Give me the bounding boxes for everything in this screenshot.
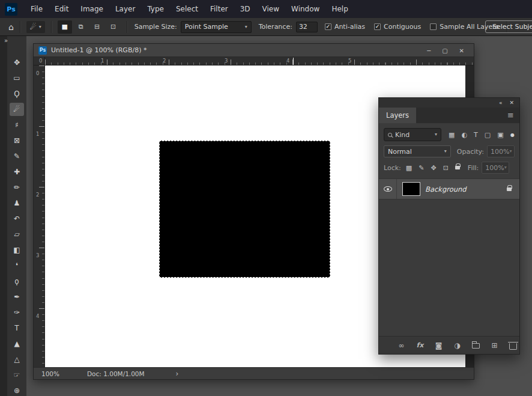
layer-row-background[interactable]: Background (379, 179, 519, 200)
maximize-button[interactable]: ▢ (442, 47, 447, 54)
menu-file[interactable]: File (25, 0, 49, 18)
new-layer-icon[interactable]: ⊞ (491, 341, 498, 350)
separator (20, 21, 20, 33)
filter-pixel-layers-icon[interactable]: ▦ (449, 131, 455, 139)
tool-preset-picker[interactable]: ☄ ▾ (26, 21, 45, 33)
tool-icon: Ϙ (14, 90, 19, 98)
spot-healing-brush-tool[interactable]: ✚ (10, 165, 24, 178)
visibility-toggle[interactable] (379, 179, 397, 199)
pen-tool[interactable]: ✒ (10, 290, 24, 303)
tab-layers[interactable]: Layers (379, 108, 416, 123)
type-tool[interactable]: T (10, 321, 24, 335)
layers-panel-body: Kind ▾ ▦◐T▢▣ ● Normal ▾ Opacity: 100% ▾ … (379, 123, 519, 336)
filter-adjustment-layers-icon[interactable]: ◐ (461, 131, 467, 139)
new-selection-button[interactable]: ■ (58, 20, 72, 34)
frame-tool[interactable]: ⊠ (10, 134, 24, 147)
menu-edit[interactable]: Edit (49, 0, 74, 18)
path-selection-tool[interactable]: ▲ (10, 337, 24, 350)
fill-value[interactable]: 100% ▾ (482, 162, 509, 174)
hand-tool[interactable]: ☞ (10, 368, 24, 382)
home-icon[interactable]: ⌂ (8, 22, 14, 32)
zoom-level[interactable]: 100% (41, 370, 59, 377)
clone-stamp-tool[interactable]: ♟ (10, 196, 24, 210)
menu-image[interactable]: Image (74, 0, 109, 18)
selection-marquee[interactable] (159, 141, 330, 278)
menu-window[interactable]: Window (285, 0, 325, 18)
caret-down-icon: ▾ (444, 149, 447, 154)
link-layers-icon[interactable]: ∞ (397, 341, 405, 350)
direct-selection-tool[interactable]: △ (10, 353, 24, 366)
menu-filter[interactable]: Filter (204, 0, 234, 18)
ruler-number: 4 (36, 313, 39, 319)
zoom-tool[interactable]: ⊕ (10, 384, 24, 396)
eraser-tool[interactable]: ▱ (10, 228, 24, 241)
lock-artboard-icon[interactable]: ⊡ (443, 164, 449, 172)
dodge-tool[interactable]: ϙ (10, 275, 24, 288)
sample-size-label: Sample Size: (135, 23, 177, 31)
vertical-ruler[interactable]: 01234 (34, 65, 45, 368)
panel-menu-icon[interactable]: ≡ (507, 111, 514, 120)
lock-all-icon[interactable] (455, 166, 460, 169)
fx-icon[interactable]: fx (416, 341, 424, 349)
padlock-icon (455, 166, 460, 169)
lock-paint-icon[interactable]: ✎ (419, 164, 424, 172)
tool-icon: ✏ (14, 183, 20, 192)
brush-tool[interactable]: ✏ (10, 181, 24, 194)
adjustment-layer-icon[interactable]: ◑ (453, 341, 461, 350)
minimize-button[interactable]: ─ (427, 47, 431, 54)
move-tool[interactable]: ✥ (10, 56, 24, 69)
select-subject-button[interactable]: Select Subject (485, 20, 532, 33)
filter-kind-select[interactable]: Kind ▾ (384, 128, 441, 141)
menu-type[interactable]: Type (141, 0, 170, 18)
status-options-icon[interactable]: › (176, 370, 179, 378)
eyedropper-tool[interactable]: ✎ (10, 150, 24, 163)
lock-transparency-icon[interactable]: ▩ (406, 164, 412, 172)
filter-type-layers-icon[interactable]: T (474, 131, 478, 139)
menu-3d[interactable]: 3D (234, 0, 256, 18)
document-icon: Ps (38, 46, 47, 55)
tolerance-input[interactable] (296, 22, 318, 32)
menu-select[interactable]: Select (170, 0, 204, 18)
contiguous-checkbox[interactable]: ✓ Contiguous (374, 23, 421, 31)
crop-tool[interactable]: ♯ (10, 118, 24, 132)
menu-items: FileEditImageLayerTypeSelectFilter3DView… (25, 0, 354, 18)
add-to-selection-button[interactable]: ⧉ (74, 20, 88, 34)
caret-down-icon: ▾ (504, 165, 507, 170)
menu-help[interactable]: Help (325, 0, 354, 18)
layers-bottom-bar: ∞fx◙◑⊞ (379, 336, 519, 354)
lasso-tool[interactable]: Ϙ (10, 87, 24, 100)
history-brush-tool[interactable]: ↶ (10, 212, 24, 225)
new-group-icon[interactable] (472, 343, 480, 349)
collapse-panel-icon[interactable]: « (499, 100, 503, 106)
anti-alias-checkbox[interactable]: ✓ Anti-alias (325, 23, 365, 31)
menu-view[interactable]: View (256, 0, 285, 18)
filter-toggle-icon[interactable]: ● (510, 132, 515, 138)
lock-position-icon[interactable]: ✥ (431, 164, 436, 172)
close-panel-icon[interactable]: ✕ (509, 100, 514, 106)
close-button[interactable]: ✕ (459, 47, 464, 54)
tool-icon: ✒ (14, 293, 20, 301)
intersect-selection-button[interactable]: ⊡ (106, 20, 121, 34)
filter-shape-layers-icon[interactable]: ▢ (485, 131, 491, 139)
separator (51, 21, 52, 33)
subtract-from-selection-button[interactable]: ⊟ (90, 20, 104, 34)
layer-thumbnail[interactable] (402, 182, 420, 196)
filter-smart-objects-icon[interactable]: ▣ (497, 131, 503, 139)
blend-mode-select[interactable]: Normal ▾ (384, 145, 451, 157)
expand-dock-icon[interactable]: » (4, 37, 8, 44)
blend-mode-value: Normal (388, 148, 412, 156)
sample-size-select[interactable]: Point Sample ▾ (181, 21, 252, 33)
delete-layer-icon[interactable] (509, 343, 517, 350)
rectangular-marquee-tool[interactable]: ▭ (10, 72, 24, 85)
magic-wand-tool[interactable]: ☄ (10, 103, 24, 116)
blur-tool[interactable]: ❛ (10, 259, 24, 272)
menu-layer[interactable]: Layer (109, 0, 141, 18)
document-titlebar[interactable]: Ps Untitled-1 @ 100% (RGB/8) * ─ ▢ ✕ (34, 44, 474, 57)
lock-row: Lock: ▩✎✥⊡ Fill: 100% ▾ (384, 162, 515, 174)
horizontal-ruler[interactable]: 012345 (45, 57, 474, 65)
layer-mask-icon[interactable]: ◙ (435, 341, 443, 350)
gradient-tool[interactable]: ◧ (10, 243, 24, 257)
tool-icon: ☞ (14, 371, 20, 379)
opacity-value[interactable]: 100% ▾ (487, 145, 515, 157)
freeform-pen-tool[interactable]: ✑ (10, 306, 24, 319)
